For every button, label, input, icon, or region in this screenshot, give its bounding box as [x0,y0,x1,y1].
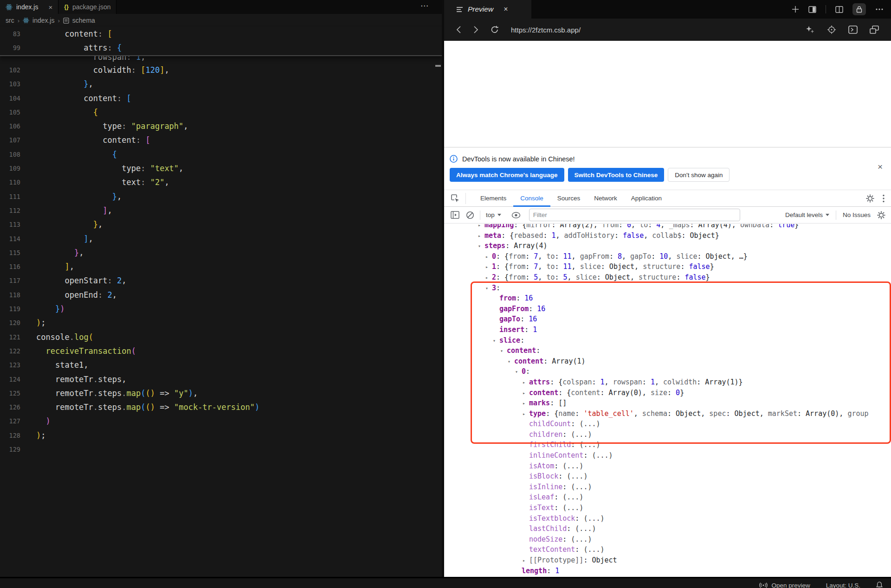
console-row[interactable]: ▸1: {from: 7, to: 11, slice: Object, str… [444,262,891,272]
console-row[interactable]: nodeSize: (...) [444,534,891,545]
collapsed-arrow-icon[interactable]: ▸ [523,556,529,566]
context-selector[interactable]: top [486,211,501,218]
console-row[interactable]: insert: 1 [444,325,891,335]
columns-icon[interactable] [835,6,843,13]
console-row[interactable]: ▸2: {from: 5, to: 5, slice: Object, stru… [444,272,891,283]
console-row[interactable]: children: (...) [444,429,891,440]
forward-icon[interactable] [473,26,478,34]
console-row[interactable]: isLeaf: (...) [444,492,891,503]
console-row[interactable]: isAtom: (...) [444,461,891,472]
expanded-arrow-icon[interactable]: ▾ [478,241,484,252]
console-row[interactable]: firstChild: (...) [444,440,891,450]
bell-icon[interactable] [876,582,883,588]
expanded-arrow-icon[interactable]: ▾ [493,336,499,346]
console-row[interactable]: ▸type: {name: 'table_cell', schema: Obje… [444,409,891,419]
close-icon[interactable]: × [504,5,508,13]
target-icon[interactable] [827,25,836,34]
console-row[interactable]: isText: (...) [444,503,891,513]
breadcrumb-item[interactable]: schema [72,17,95,24]
collapsed-arrow-icon[interactable]: ▸ [478,231,484,242]
url-bar[interactable]: https://2fztcm.csb.app/ [511,26,581,34]
console-row[interactable]: childCount: (...) [444,419,891,429]
tab-application[interactable]: Application [624,190,669,207]
console-row[interactable]: gapTo: 16 [444,314,891,325]
breadcrumb[interactable]: src›index.js›schema [0,14,442,27]
console-row[interactable]: gapFrom: 16 [444,304,891,314]
breadcrumb-item[interactable]: src [6,17,14,24]
plus-icon[interactable] [792,6,799,13]
tab-package-json[interactable]: {} package.json [58,0,116,14]
issues-counter[interactable]: No Issues [843,211,871,218]
banner-close-icon[interactable]: × [878,162,883,171]
duplicate-window-icon[interactable] [870,26,879,34]
console-row[interactable]: inlineContent: (...) [444,450,891,461]
sparkles-icon[interactable] [806,25,815,34]
expanded-arrow-icon[interactable]: ▾ [485,283,492,294]
back-icon[interactable] [456,26,461,34]
tab-elements[interactable]: Elements [473,190,513,207]
more-horizontal-icon[interactable]: ⋯ [420,1,429,11]
tab-index-js[interactable]: index.js × [0,0,58,14]
console-row[interactable]: ▾0: [444,366,891,377]
lock-button[interactable] [852,3,866,15]
split-editor-icon[interactable] [808,6,816,13]
code-editor[interactable]: rowspan: 1, 83 content: [99 attrs: { 102… [0,27,442,577]
dont-show-again-button[interactable]: Don't show again [668,168,730,182]
tab-console[interactable]: Console [513,190,550,207]
layout-status[interactable]: Layout: U.S. [826,582,860,588]
console-row[interactable]: ▾slice: [444,335,891,346]
collapsed-arrow-icon[interactable]: ▸ [485,273,492,283]
console-row[interactable]: ▸0: {from: 7, to: 11, gapFrom: 8, gapTo:… [444,251,891,262]
eye-icon[interactable] [511,212,521,218]
console-row[interactable]: ▸attrs: {colspan: 1, rowspan: 1, colwidt… [444,377,891,388]
preview-viewport[interactable] [444,41,891,147]
more-horizontal-icon[interactable] [875,8,884,11]
collapsed-arrow-icon[interactable]: ▸ [478,224,484,231]
clear-console-icon[interactable] [466,211,474,219]
gear-icon[interactable] [877,211,885,219]
collapsed-arrow-icon[interactable]: ▸ [485,252,492,262]
collapsed-arrow-icon[interactable]: ▸ [485,262,492,273]
expanded-arrow-icon[interactable]: ▾ [515,367,522,377]
console-row[interactable]: ▾3: [444,283,891,294]
terminal-icon[interactable] [848,26,858,34]
expanded-arrow-icon[interactable]: ▾ [508,357,514,367]
collapsed-arrow-icon[interactable]: ▸ [523,388,529,399]
expanded-arrow-icon[interactable]: ▾ [500,346,507,357]
console-row[interactable]: ▾content: [444,345,891,356]
close-tab-icon[interactable]: × [48,3,52,11]
status-bar: Open preview Layout: U.S. [0,577,891,588]
console-row[interactable]: ▸content: {content: Array(0), size: 0} [444,388,891,398]
collapsed-arrow-icon[interactable]: ▸ [523,398,529,409]
console-row[interactable]: ▾content: Array(1) [444,356,891,367]
console-row[interactable]: ▾steps: Array(4) [444,241,891,251]
console-row[interactable]: ▸mapping: {mirror: Array(2), from: 0, to… [444,224,891,230]
console-row[interactable]: lastChild: (...) [444,524,891,534]
pane-resize-handle[interactable] [435,65,441,67]
sidebar-panel-icon[interactable] [451,211,459,219]
collapsed-arrow-icon[interactable]: ▸ [523,377,529,388]
reload-icon[interactable] [491,26,499,34]
console-row[interactable]: ▸[[Prototype]]: Object [444,555,891,566]
inspect-icon[interactable] [451,194,460,203]
breadcrumb-item[interactable]: index.js [32,17,54,24]
tab-sources[interactable]: Sources [550,190,588,207]
kebab-icon[interactable] [883,194,885,203]
log-levels-selector[interactable]: Default levels [785,211,829,218]
console-row[interactable]: isInline: (...) [444,482,891,492]
console-row[interactable]: textContent: (...) [444,544,891,555]
console-row[interactable]: ▸meta: {rebased: 1, addToHistory: false,… [444,230,891,241]
tab-preview[interactable]: Preview × [444,0,531,19]
console-row[interactable]: length: 1 [444,566,891,576]
gear-icon[interactable] [866,194,874,203]
always-match-language-button[interactable]: Always match Chrome's language [450,168,564,182]
console-row[interactable]: ▸marks: [] [444,398,891,409]
console-row[interactable]: from: 16 [444,293,891,304]
tab-network[interactable]: Network [587,190,624,207]
console-row[interactable]: isTextblock: (...) [444,513,891,524]
collapsed-arrow-icon[interactable]: ▸ [523,409,529,420]
open-preview-status[interactable]: Open preview [759,582,810,588]
switch-to-chinese-button[interactable]: Switch DevTools to Chinese [568,168,665,182]
console-row[interactable]: isBlock: (...) [444,471,891,482]
console-filter-input[interactable] [529,209,740,221]
